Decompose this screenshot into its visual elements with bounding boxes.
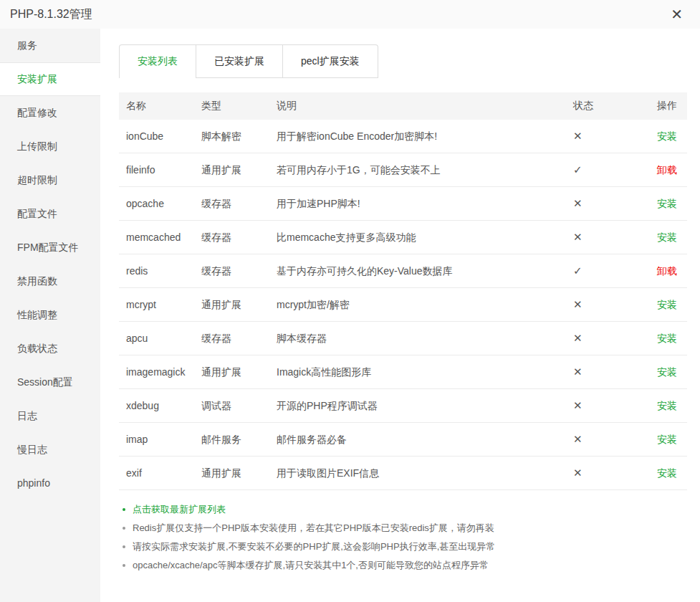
sidebar-item-label: 禁用函数 <box>17 275 57 287</box>
sidebar-item-label: phpinfo <box>17 477 50 489</box>
extension-type: 邮件服务 <box>194 423 269 457</box>
status-icon: ✕ <box>573 399 582 411</box>
extension-name: exif <box>119 457 194 490</box>
action-link[interactable]: 卸载 <box>657 265 677 277</box>
extension-name: mcrypt <box>119 288 194 322</box>
extension-type: 通用扩展 <box>194 355 269 389</box>
note-item[interactable]: 点击获取最新扩展列表 <box>120 500 687 519</box>
sidebar-item[interactable]: phpinfo <box>0 467 100 500</box>
extension-description: 邮件服务器必备 <box>269 423 566 457</box>
extension-description: Imagick高性能图形库 <box>269 355 566 389</box>
table-row: fileinfo 通用扩展 若可用内存小于1G，可能会安装不上 ✓ 卸载 <box>119 153 687 187</box>
sidebar-item-label: FPM配置文件 <box>17 242 79 253</box>
sidebar-item[interactable]: 服务 <box>0 29 100 62</box>
extension-name: memcached <box>119 221 194 254</box>
sidebar-item[interactable]: 配置文件 <box>0 197 100 231</box>
tab[interactable]: pecl扩展安装 <box>282 45 378 78</box>
note-item: opcache/xcache/apc等脚本缓存扩展,请只安装其中1个,否则可能导… <box>120 556 687 575</box>
sidebar-item[interactable]: 上传限制 <box>0 130 100 163</box>
extension-name: imagemagick <box>119 355 194 389</box>
sidebar: 服务 安装扩展 配置修改 上传限制 超时限制 配置文件 FPM配置文件 禁用函数… <box>0 29 100 602</box>
column-header-description: 说明 <box>269 92 566 120</box>
tab[interactable]: 已安装扩展 <box>196 45 282 78</box>
tab-label: 安装列表 <box>138 55 178 67</box>
table-row: opcache 缓存器 用于加速PHP脚本! ✕ 安装 <box>119 187 687 221</box>
close-icon[interactable]: ✕ <box>668 6 686 23</box>
status-icon: ✕ <box>573 231 582 243</box>
extension-table: 名称 类型 说明 状态 操作 ionCube 脚本解密 用于解密ionCube … <box>119 92 687 490</box>
extension-type: 缓存器 <box>194 322 269 355</box>
extension-description: 比memcache支持更多高级功能 <box>269 221 566 254</box>
extension-description: 开源的PHP程序调试器 <box>269 389 566 423</box>
sidebar-item[interactable]: FPM配置文件 <box>0 231 100 264</box>
extension-type: 脚本解密 <box>194 120 269 153</box>
extension-type: 通用扩展 <box>194 288 269 322</box>
sidebar-item-label: 日志 <box>17 410 37 421</box>
table-row: apcu 缓存器 脚本缓存器 ✕ 安装 <box>119 322 687 355</box>
extension-name: redis <box>119 254 194 288</box>
action-link[interactable]: 安装 <box>657 400 677 411</box>
sidebar-item[interactable]: 配置修改 <box>0 96 100 130</box>
action-link[interactable]: 安装 <box>657 299 677 310</box>
action-link[interactable]: 安装 <box>657 333 677 344</box>
sidebar-item[interactable]: 慢日志 <box>0 433 100 467</box>
extension-type: 通用扩展 <box>194 457 269 490</box>
sidebar-item[interactable]: 日志 <box>0 399 100 433</box>
status-icon: ✓ <box>573 163 582 176</box>
table-row: imap 邮件服务 邮件服务器必备 ✕ 安装 <box>119 423 687 457</box>
action-link[interactable]: 安装 <box>657 198 677 209</box>
extension-name: xdebug <box>119 389 194 423</box>
extension-type: 调试器 <box>194 389 269 423</box>
sidebar-item-label: 负载状态 <box>17 343 57 354</box>
sidebar-item[interactable]: 负载状态 <box>0 332 100 366</box>
status-icon: ✓ <box>573 264 582 277</box>
sidebar-item-label: 服务 <box>17 39 37 51</box>
extension-type: 缓存器 <box>194 187 269 221</box>
sidebar-item-label: 性能调整 <box>17 309 57 320</box>
sidebar-item-label: Session配置 <box>17 376 73 388</box>
sidebar-item[interactable]: 安装扩展 <box>0 62 100 96</box>
extension-description: 脚本缓存器 <box>269 322 566 355</box>
column-header-action: 操作 <box>638 92 687 120</box>
php-manager-window: PHP-8.1.32管理 ✕ 服务 安装扩展 配置修改 上传限制 超时限制 配置… <box>0 0 700 602</box>
sidebar-item[interactable]: 禁用函数 <box>0 264 100 298</box>
table-row: imagemagick 通用扩展 Imagick高性能图形库 ✕ 安装 <box>119 355 687 389</box>
extension-name: fileinfo <box>119 153 194 187</box>
titlebar: PHP-8.1.32管理 ✕ <box>0 0 700 29</box>
column-header-status: 状态 <box>566 92 638 120</box>
extension-description: 用于读取图片EXIF信息 <box>269 457 566 490</box>
table-header-row: 名称 类型 说明 状态 操作 <box>119 92 687 120</box>
status-icon: ✕ <box>573 433 582 445</box>
column-header-type: 类型 <box>194 92 269 120</box>
sidebar-item[interactable]: 超时限制 <box>0 163 100 197</box>
action-link[interactable]: 安装 <box>657 231 677 243</box>
page-title: PHP-8.1.32管理 <box>10 7 92 22</box>
action-link[interactable]: 卸载 <box>657 164 677 176</box>
tab-label: 已安装扩展 <box>214 55 264 67</box>
action-link[interactable]: 安装 <box>657 130 677 142</box>
extension-name: imap <box>119 423 194 457</box>
tab[interactable]: 安装列表 <box>120 45 196 78</box>
action-link[interactable]: 安装 <box>657 366 677 378</box>
extension-description: mcrypt加密/解密 <box>269 288 566 322</box>
extension-description: 若可用内存小于1G，可能会安装不上 <box>269 153 566 187</box>
table-row: ionCube 脚本解密 用于解密ionCube Encoder加密脚本! ✕ … <box>119 120 687 153</box>
table-row: memcached 缓存器 比memcache支持更多高级功能 ✕ 安装 <box>119 221 687 254</box>
sidebar-item-label: 安装扩展 <box>17 73 57 85</box>
note-item: 请按实际需求安装扩展,不要安装不必要的PHP扩展,这会影响PHP执行效率,甚至出… <box>120 538 687 556</box>
main-panel: 安装列表 已安装扩展 pecl扩展安装 名称 类型 说明 状态 操作 ionCu… <box>100 29 700 602</box>
sidebar-item-label: 慢日志 <box>17 444 47 455</box>
sidebar-item-label: 配置文件 <box>17 208 57 219</box>
action-link[interactable]: 安装 <box>657 434 677 445</box>
table-row: redis 缓存器 基于内存亦可持久化的Key-Value数据库 ✓ 卸载 <box>119 254 687 288</box>
status-icon: ✕ <box>573 130 582 142</box>
table-body: ionCube 脚本解密 用于解密ionCube Encoder加密脚本! ✕ … <box>119 120 687 490</box>
status-icon: ✕ <box>573 467 582 479</box>
action-link[interactable]: 安装 <box>657 467 677 479</box>
sidebar-item[interactable]: Session配置 <box>0 366 100 399</box>
sidebar-item[interactable]: 性能调整 <box>0 298 100 332</box>
notes-list: 点击获取最新扩展列表Redis扩展仅支持一个PHP版本安装使用，若在其它PHP版… <box>119 500 687 575</box>
extension-description: 基于内存亦可持久化的Key-Value数据库 <box>269 254 566 288</box>
tab-bar: 安装列表 已安装扩展 pecl扩展安装 <box>119 44 378 78</box>
extension-description: 用于解密ionCube Encoder加密脚本! <box>269 120 566 153</box>
